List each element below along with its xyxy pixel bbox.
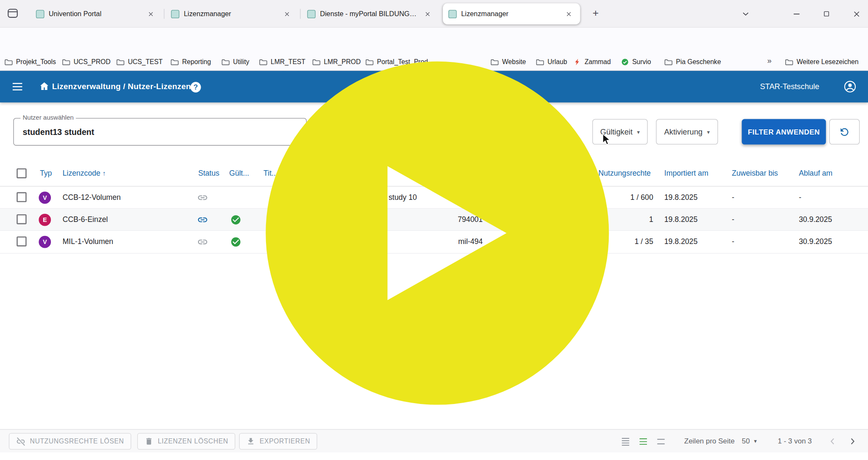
folder-icon bbox=[259, 58, 268, 65]
folder-icon bbox=[664, 58, 673, 65]
tab-close-icon[interactable] bbox=[563, 9, 574, 19]
bookmark-label: LMR_PROD bbox=[324, 58, 361, 65]
license-code: MIL-1-Volumen bbox=[62, 231, 113, 253]
tab-close-icon[interactable] bbox=[281, 9, 293, 19]
col-header-zuweisbar-bis[interactable]: Zuweisbar bis bbox=[732, 162, 778, 184]
folder-icon bbox=[785, 58, 793, 65]
table-row[interactable]: E CCB-6-Einzel 794001 1 19.8.2025 - 30.9… bbox=[0, 209, 868, 231]
user-select-field[interactable]: Nutzer auswählen bbox=[13, 118, 307, 146]
license-title: mil-494 bbox=[394, 231, 483, 253]
bookmark-item[interactable]: Projekt_Tools bbox=[4, 55, 56, 68]
col-header-nutzungsrechte[interactable]: Nutzungsrechte bbox=[599, 162, 651, 184]
next-page-icon[interactable] bbox=[846, 436, 859, 447]
tab-lizenzmanager-1[interactable]: Lizenzmanager bbox=[165, 3, 298, 25]
app-menu-icon[interactable] bbox=[11, 80, 24, 93]
expiry-date: 30.9.2025 bbox=[799, 209, 832, 231]
tab-close-icon[interactable] bbox=[422, 9, 433, 19]
license-title: study 10 bbox=[389, 187, 417, 209]
bookmark-item[interactable]: Urlaub bbox=[536, 55, 567, 68]
window-maximize-button[interactable] bbox=[818, 7, 835, 21]
list-all-tabs-icon[interactable] bbox=[737, 7, 754, 21]
table-action-bar: NUTZUNGSRECHTE LÖSEN LIZENZEN LÖSCHEN EX… bbox=[0, 429, 868, 452]
rows-per-page-select[interactable]: 50 bbox=[742, 430, 750, 453]
previous-page-icon[interactable] bbox=[826, 436, 839, 447]
browser-window: Univention Portal Lizenzmanager Dienste … bbox=[0, 0, 868, 460]
pagination-range: 1 - 3 von 3 bbox=[778, 430, 812, 453]
folder-icon bbox=[365, 58, 374, 65]
app-header: Lizenzverwaltung / Nutzer-Lizenzen STAR-… bbox=[0, 71, 868, 102]
col-header-importiert-am[interactable]: Importiert am bbox=[664, 162, 708, 184]
new-tab-button[interactable]: + bbox=[588, 6, 604, 21]
row-checkbox[interactable] bbox=[17, 214, 26, 224]
folder-icon bbox=[4, 58, 13, 65]
apply-filter-button[interactable]: FILTER ANWENDEN bbox=[742, 119, 826, 145]
imported-date: 19.8.2025 bbox=[664, 187, 697, 209]
tab-close-icon[interactable] bbox=[145, 9, 157, 19]
select-all-checkbox[interactable] bbox=[17, 168, 26, 178]
col-header-ablauf-am[interactable]: Ablauf am bbox=[799, 162, 832, 184]
zammad-icon bbox=[574, 58, 581, 65]
row-checkbox[interactable] bbox=[17, 192, 26, 202]
bookmark-item[interactable]: Utility bbox=[221, 55, 249, 68]
release-usage-rights-button[interactable]: NUTZUNGSRECHTE LÖSEN bbox=[9, 433, 131, 449]
bookmark-label: LMR_TEST bbox=[271, 58, 305, 65]
school-name: STAR-Testschule bbox=[760, 71, 819, 102]
user-account-icon[interactable] bbox=[843, 80, 857, 94]
col-header-gueltig[interactable]: Gült... bbox=[229, 162, 249, 184]
firefox-view-icon[interactable] bbox=[7, 7, 19, 20]
assignable-until: - bbox=[732, 231, 734, 253]
activation-filter-dropdown[interactable]: Aktivierung ▾ bbox=[656, 119, 718, 145]
delete-licenses-button[interactable]: LIZENZEN LÖSCHEN bbox=[137, 433, 235, 449]
window-close-button[interactable] bbox=[848, 7, 865, 21]
bookmark-item[interactable]: Pia Geschenke bbox=[664, 55, 721, 68]
bookmark-label: Projekt_Tools bbox=[16, 58, 56, 65]
bookmark-item[interactable]: LMR_TEST bbox=[259, 55, 305, 68]
density-relaxed-icon[interactable] bbox=[654, 436, 667, 447]
bookmark-label: Pia Geschenke bbox=[676, 58, 721, 65]
license-title: 794001 bbox=[394, 209, 483, 231]
col-header-lizenzcode[interactable]: Lizenzcode↑ bbox=[62, 162, 106, 184]
breadcrumb[interactable]: Lizenzverwaltung / Nutzer-Lizenzen bbox=[52, 71, 191, 102]
bookmark-item[interactable]: Website bbox=[490, 55, 526, 68]
bookmark-item-zammad[interactable]: Zammad bbox=[574, 55, 611, 68]
tab-lizenzmanager-active[interactable]: Lizenzmanager bbox=[443, 3, 580, 25]
col-header-titel[interactable]: Tit... bbox=[263, 162, 278, 184]
col-header-status[interactable]: Status bbox=[198, 162, 219, 184]
col-header-typ[interactable]: Typ bbox=[40, 162, 52, 184]
expiry-date: 30.9.2025 bbox=[799, 231, 832, 253]
export-button[interactable]: EXPORTIEREN bbox=[239, 433, 317, 449]
table-row[interactable]: V CCB-12-Volumen study 10 1 / 600 19.8.2… bbox=[0, 187, 868, 209]
bookmark-item[interactable]: UCS_PROD bbox=[62, 55, 110, 68]
license-type-badge: V bbox=[39, 191, 51, 204]
bookmark-item[interactable]: UCS_TEST bbox=[116, 55, 162, 68]
validity-filter-dropdown[interactable]: Gültigkeit ▾ bbox=[592, 119, 647, 145]
row-checkbox[interactable] bbox=[17, 236, 26, 246]
bookmark-item[interactable]: Portal_Test_Prod bbox=[365, 55, 428, 68]
folder-icon bbox=[490, 58, 499, 65]
download-icon bbox=[246, 437, 255, 446]
bookmark-item[interactable]: Reporting bbox=[171, 55, 211, 68]
density-standard-icon[interactable] bbox=[637, 436, 650, 447]
bookmark-item-survio[interactable]: Survio bbox=[621, 55, 651, 68]
tab-separator bbox=[300, 9, 300, 19]
table-header-row: Typ Lizenzcode↑ Status Gült... Tit... Nu… bbox=[0, 162, 868, 186]
window-minimize-button[interactable] bbox=[788, 7, 805, 21]
tab-dienste-myportal[interactable]: Dienste - myPortal BILDUNGSLO bbox=[302, 3, 439, 25]
site-favicon bbox=[36, 10, 45, 18]
home-icon[interactable] bbox=[38, 80, 50, 93]
bookmark-label: Survio bbox=[632, 58, 651, 65]
help-icon[interactable]: ? bbox=[190, 82, 201, 93]
bookmarks-overflow-chevron[interactable]: » bbox=[767, 56, 771, 65]
usage-rights: 1 / 600 bbox=[587, 187, 653, 209]
bookmark-item[interactable]: LMR_PROD bbox=[312, 55, 361, 68]
survio-check-icon bbox=[621, 58, 629, 65]
tab-title: Lizenzmanager bbox=[461, 10, 559, 17]
table-row[interactable]: V MIL-1-Volumen mil-494 1 / 35 19.8.2025… bbox=[0, 231, 868, 253]
folder-icon bbox=[312, 58, 321, 65]
reset-filter-button[interactable] bbox=[829, 119, 860, 145]
density-compact-icon[interactable] bbox=[619, 436, 632, 447]
user-select-input[interactable] bbox=[22, 118, 288, 145]
more-bookmarks-folder[interactable]: Weitere Lesezeichen bbox=[785, 55, 858, 68]
button-label: EXPORTIEREN bbox=[260, 438, 310, 445]
tab-univention-portal[interactable]: Univention Portal bbox=[31, 3, 162, 25]
